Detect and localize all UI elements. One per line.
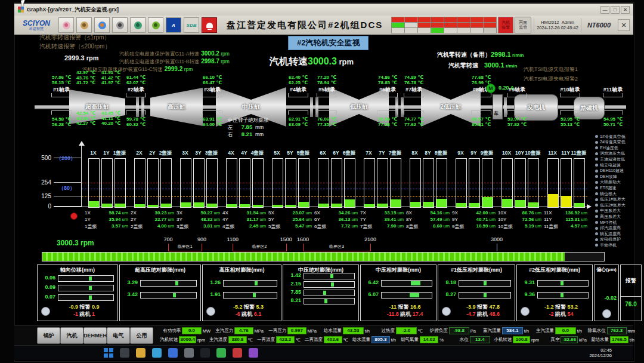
document-icon[interactable] xyxy=(233,348,242,358)
vib-value-num: 115.31 xyxy=(557,217,580,222)
alarm-list-item-15[interactable]: 高压胀差大 xyxy=(595,214,621,219)
vib-value-unit: um xyxy=(534,223,541,230)
vib-bar-label-10Y: 10Y xyxy=(515,150,524,156)
alarm-list-item-16[interactable]: MFT停机 xyxy=(595,220,617,225)
vib-bar-fill-10X xyxy=(502,199,512,207)
bearing-bracket-top-10 xyxy=(560,93,580,97)
alarm-label: 报警 xyxy=(477,304,490,310)
start-square xyxy=(104,353,108,358)
panel-indicator[interactable] xyxy=(602,309,611,318)
nav-button-DEHMEH[interactable]: DEHMEH xyxy=(83,327,107,344)
vib-bar-label-9盖振: 9盖振 xyxy=(481,150,494,157)
vib-bar-fill-6Y xyxy=(332,204,342,207)
vib-bar-fill-2盖振 xyxy=(161,204,171,207)
status-label: 蒸汽流量 xyxy=(476,328,501,334)
panel-indicator[interactable] xyxy=(206,307,215,316)
vib-value-1Y: 1Y35.94 um xyxy=(85,217,128,222)
vib-value-unit: um xyxy=(396,223,404,230)
browser-icon[interactable] xyxy=(152,348,162,358)
alarm-list-item-17[interactable]: 排汽温度高 xyxy=(595,226,621,231)
trip-lo: -2 xyxy=(549,311,555,317)
nav-button-汽机[interactable]: 汽机 xyxy=(60,327,83,344)
vib-value-num: 5.47 xyxy=(281,223,304,230)
panel-indicator[interactable] xyxy=(442,307,451,316)
vib-value-7Y: 7Y39.41 um xyxy=(360,217,404,222)
vib-bar-1Y xyxy=(101,158,113,208)
turning-gear-box: 盘车 xyxy=(493,94,503,119)
alarm-list-item-1[interactable]: 1#冷凝真空低 xyxy=(595,134,626,139)
bearing-temps-top-6: 74.86 ℃ 78.85 ℃ xyxy=(378,75,397,85)
alarm-list-item-11[interactable]: 轴位移大 xyxy=(595,191,617,196)
bearing-temps-top-1: 57.06 ℃ 56.15 ℃ xyxy=(52,75,71,85)
start-button[interactable] xyxy=(104,348,113,358)
alarm-list-item-2[interactable]: 2#冷凝真空低 xyxy=(595,140,626,145)
vib-value-11X: 11X136.52 um xyxy=(544,210,587,216)
gauge-marker xyxy=(410,293,419,297)
panel-中压相对膨胀(mm): 中压相对膨胀(mm)6.426.07-11 报警 16.6-11.8 跳机 17… xyxy=(360,264,436,321)
status-tile-一再温度: 一再温度423.2℃ xyxy=(253,336,301,343)
vib-bar-fill-4盖振 xyxy=(253,205,263,207)
windows-taskbar[interactable]: 02:45 2024/12/26 xyxy=(14,345,633,360)
alarm-dot xyxy=(595,170,598,173)
vib-value-num: 4.00 xyxy=(144,223,166,230)
nav-button-电气[interactable]: 电气 xyxy=(107,327,130,344)
vib-value-6盖振: 6盖振7.72 um xyxy=(314,223,358,230)
alarm-text: 中压胀差大 xyxy=(600,208,621,214)
alarm-list-item-14[interactable]: 中压胀差大 xyxy=(595,208,621,214)
gauge-marker xyxy=(330,274,333,278)
mp-exp-key: 右 xyxy=(228,131,242,137)
vib-bar-3盖振 xyxy=(206,158,218,208)
trip-label: 跳机 xyxy=(79,311,92,317)
alarm-list-item-7[interactable]: DEH110超速 xyxy=(595,168,624,174)
panel-indicator[interactable] xyxy=(521,307,530,316)
nav-button-锅炉[interactable]: 锅炉 xyxy=(37,327,60,344)
media-icon[interactable] xyxy=(249,348,258,358)
alarm-list-item-9[interactable]: 大轴振动大 xyxy=(595,180,621,185)
alarm-list-item-13[interactable]: 低压2#胀差大 xyxy=(595,202,626,208)
nav-button-公用[interactable]: 公用 xyxy=(130,327,153,344)
alarm-text: 主油箱液位低 xyxy=(600,156,625,162)
bearing-bracket-bottom-6 xyxy=(377,110,398,115)
speed-small: 2999.3 rpm xyxy=(64,54,98,61)
vib-bar-5Y xyxy=(285,158,296,208)
status-value: 1766.5 xyxy=(610,336,628,343)
search-icon[interactable] xyxy=(120,348,129,358)
gauge-marker xyxy=(89,296,92,300)
taskbar-clock[interactable]: 02:45 2024/12/26 xyxy=(589,347,612,358)
status-tile-小机转速: 小机转速100.8rpm xyxy=(491,336,539,343)
vib-bar-label-5X: 5X xyxy=(274,150,280,156)
speed-strip-bar xyxy=(42,252,605,262)
mail-icon[interactable] xyxy=(168,348,178,358)
alarm-text: 排汽温度高 xyxy=(600,225,621,231)
status-unit: mm xyxy=(628,328,636,334)
alarm-list-item-20[interactable]: 手动停机 xyxy=(595,242,617,248)
hmi-app-icon[interactable] xyxy=(216,348,226,358)
status-tile-真空: 真空-82.66kPa xyxy=(539,336,587,343)
vib-value-unit: um xyxy=(166,223,174,230)
alarm-list-item-8[interactable]: DEH故障 xyxy=(595,174,617,179)
alarm-list-item-12[interactable]: 低压1#胀差大 xyxy=(595,197,626,202)
terminal-icon[interactable] xyxy=(200,348,210,358)
alarm-list-item-10[interactable]: ETS超速 xyxy=(595,185,617,190)
vib-bar-label-11盖振: 11盖振 xyxy=(571,150,587,157)
alarm-list-item-3[interactable]: EH油压低 xyxy=(595,145,618,150)
vib-value-label: 5盖振 xyxy=(268,223,281,230)
alarm-list-item-18[interactable]: 轴瓦温度高 xyxy=(595,231,621,236)
status-unit: MPa xyxy=(308,328,317,334)
vib-value-label: 5Y xyxy=(268,217,281,222)
alarm-list-item-5[interactable]: 主油箱液位低 xyxy=(595,156,625,162)
strip-tick-label-2100: 2100 xyxy=(364,236,376,242)
alarm-list-item-6[interactable]: 独立电超速 xyxy=(595,162,621,168)
vib-value-unit: um xyxy=(442,217,450,222)
vib-value-4盖振: 4盖振2.45 um xyxy=(222,223,266,230)
panel-indicator[interactable] xyxy=(41,307,50,316)
vib-value-label: 8X xyxy=(406,210,419,216)
file-explorer-icon[interactable] xyxy=(136,348,145,358)
vib-bar-label-4Y: 4Y xyxy=(241,150,247,156)
bearing-bracket-bottom-2 xyxy=(126,110,146,115)
settings-icon[interactable] xyxy=(184,348,194,358)
alarm-list-item-19[interactable]: 发电机保护 xyxy=(595,237,621,242)
gauge-bar xyxy=(140,280,197,287)
alarm-list-item-4[interactable]: 润滑油压力低 xyxy=(595,151,625,156)
vib-value-label: 9X xyxy=(452,210,465,216)
